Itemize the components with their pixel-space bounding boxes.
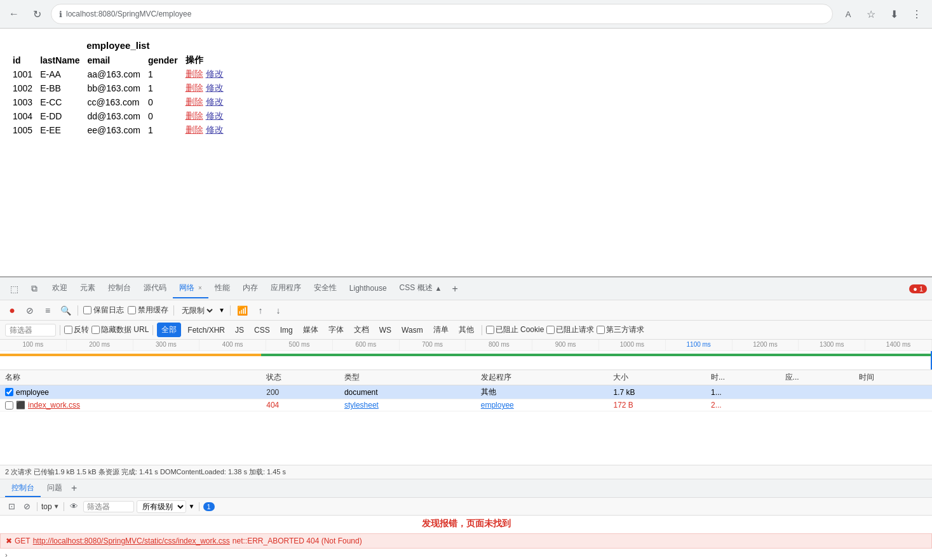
delete-link[interactable]: 删除 [186,110,203,121]
top-selector[interactable]: top ▼ [41,502,60,511]
settings-icon[interactable]: ⋮ [907,4,927,24]
third-party-input[interactable] [597,326,605,334]
blocked-requests-input[interactable] [546,326,555,334]
tick-200: 200 ms [67,340,133,350]
expand-arrow-icon: › [5,551,8,559]
throttle-select[interactable]: 无限制 [179,305,215,316]
refresh-button[interactable]: ↻ [28,5,46,23]
row-check[interactable] [5,388,13,396]
blocked-cookies-checkbox[interactable]: 已阻止 Cookie [486,324,544,335]
reverse-checkbox[interactable]: 反转 [64,324,89,335]
clear-button[interactable]: ≡ [41,303,55,317]
tab-lighthouse[interactable]: Lighthouse [343,280,393,298]
initiator-link[interactable]: employee [481,401,514,410]
hide-data-url-checkbox[interactable]: 隐藏数据 URL [91,324,149,335]
blocked-cookies-input[interactable] [486,326,494,334]
console-tab-issues[interactable]: 问题 [41,480,69,497]
edit-link[interactable]: 修改 [206,97,224,107]
filter-wasm[interactable]: Wasm [398,324,427,336]
tab-sources[interactable]: 源代码 [137,279,173,298]
network-row-employee[interactable]: employee 200 document 其他 1.7 kB 1... [0,385,932,399]
hide-data-url-input[interactable] [91,326,100,334]
console-block-button[interactable]: ⊘ [20,500,33,513]
tab-css-overview[interactable]: CSS 概述 ▲ [393,279,449,298]
filter-js[interactable]: JS [231,324,248,336]
blocked-requests-checkbox[interactable]: 已阻止请求 [546,324,594,335]
console-filter-input[interactable] [83,501,134,512]
edit-link[interactable]: 修改 [206,83,224,93]
bookmark-icon[interactable]: ☆ [861,4,881,24]
css-file-link[interactable]: index_work.css [28,401,80,410]
reverse-input[interactable] [64,326,72,334]
filter-other[interactable]: 其他 [455,323,478,337]
delete-link[interactable]: 删除 [186,97,203,107]
devtools-undock-icon[interactable]: ⧉ [25,280,43,298]
wifi-icon[interactable]: 📶 [236,303,250,317]
page-content: employee_list id lastName email gender 操… [0,29,932,276]
tab-performance-label: 性能 [215,283,230,293]
filter-media[interactable]: 媒体 [299,323,322,337]
devtools-dock-icon[interactable]: ⬚ [5,280,23,298]
record-button[interactable]: ● [5,303,19,317]
console-eye-button[interactable]: 👁 [68,500,81,513]
console-notice: 发现报错，页面未找到 [0,516,932,532]
edit-link[interactable]: 修改 [206,124,224,135]
edit-link[interactable]: 修改 [206,110,224,121]
filter-doc[interactable]: 文档 [350,323,373,337]
filter-ws[interactable]: WS [375,324,395,336]
upload-button[interactable]: ↑ [253,303,267,317]
profile-icon[interactable]: A [838,4,858,24]
console-tab-console[interactable]: 控制台 [5,480,41,497]
filter-all[interactable]: 全部 [157,323,181,337]
download-button[interactable]: ↓ [271,303,285,317]
error-url-link[interactable]: http://localhost:8080/SpringMVC/static/c… [33,537,230,545]
name-with-check: employee [5,388,256,397]
console-expand[interactable]: › [0,550,932,560]
tab-welcome-label: 欢迎 [52,283,67,293]
preserve-log-checkbox[interactable]: 保留日志 [83,305,124,316]
console-clear-button[interactable]: ⊡ [5,500,18,513]
tab-application[interactable]: 应用程序 [264,279,307,298]
tab-security[interactable]: 安全性 [307,279,343,298]
tab-network[interactable]: 网络 × [173,279,208,298]
filter-input[interactable] [5,324,56,337]
delete-link[interactable]: 删除 [186,83,203,93]
address-bar[interactable]: ℹ localhost:8080/SpringMVC/employee [51,4,833,24]
delete-link[interactable]: 删除 [186,69,203,79]
row-check[interactable] [5,401,13,410]
preserve-log-input[interactable] [83,306,91,314]
filter-font[interactable]: 字体 [325,323,348,337]
disable-cache-input[interactable] [128,306,136,314]
table-row: 1001 E-AA aa@163.com 1 删除修改 [13,67,231,81]
tab-console[interactable]: 控制台 [102,279,137,298]
hide-data-url-label: 隐藏数据 URL [101,324,149,335]
third-party-checkbox[interactable]: 第三方请求 [597,324,644,335]
delete-link[interactable]: 删除 [186,124,203,135]
tab-elements[interactable]: 元素 [74,279,102,298]
filter-manifest[interactable]: 清单 [429,323,452,337]
tab-css-overview-label: CSS 概述 [400,283,433,293]
block-button[interactable]: ⊘ [23,303,37,317]
level-arrow: ▼ [189,503,195,510]
table-row: 1004 E-DD dd@163.com 0 删除修改 [13,109,231,123]
tick-100: 100 ms [0,340,67,350]
tab-security-label: 安全性 [314,283,337,293]
devtools-add-tab[interactable]: + [448,283,461,295]
download-icon[interactable]: ⬇ [884,4,904,24]
edit-link[interactable]: 修改 [206,69,224,79]
type-stylesheet[interactable]: stylesheet [344,401,379,410]
back-button[interactable]: ← [5,5,23,23]
filter-css[interactable]: CSS [250,324,274,336]
console-level-select[interactable]: 所有级别 [137,500,186,513]
tab-network-close[interactable]: × [198,284,202,291]
filter-fetch-xhr[interactable]: Fetch/XHR [184,324,229,336]
filter-img[interactable]: Img [276,324,297,336]
tab-performance[interactable]: 性能 [208,279,236,298]
disable-cache-checkbox[interactable]: 禁用缓存 [128,305,168,316]
tab-welcome[interactable]: 欢迎 [46,279,74,298]
console-add-tab[interactable]: + [69,483,79,494]
cell-time-css: 2... [706,399,780,411]
tab-memory[interactable]: 内存 [236,279,264,298]
network-row-css[interactable]: ⬛ index_work.css 404 stylesheet employee… [0,399,932,411]
search-button[interactable]: 🔍 [58,303,72,317]
